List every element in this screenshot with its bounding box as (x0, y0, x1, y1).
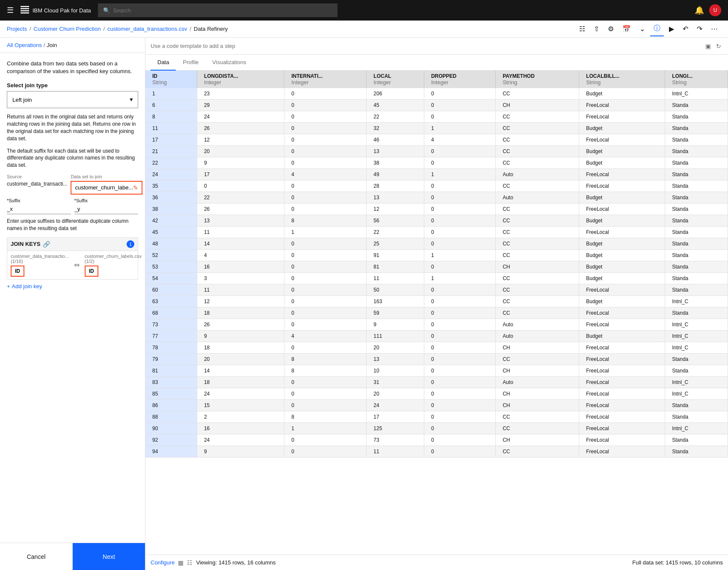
join-key-box[interactable]: ID (85, 266, 98, 277)
cell-localbill: FreeLocal (579, 354, 665, 365)
table-row: 48 14 0 25 0 CC Budget Standa (145, 238, 728, 250)
cell-local: 11 (367, 446, 424, 458)
cell-local: 22 (367, 111, 424, 123)
cell-internati: 0 (284, 342, 367, 354)
status-left: Configure ▦ ☷ Viewing: 1415 rows, 16 col… (151, 559, 276, 566)
upload-icon[interactable]: ⇧ (590, 22, 603, 35)
suffix-source-input[interactable] (7, 204, 71, 214)
cell-internati: 4 (284, 169, 367, 180)
table-icon: ☷ (187, 559, 192, 566)
add-join-key-btn[interactable]: + Add join key (7, 283, 138, 289)
cell-id: 86 (145, 400, 197, 411)
cell-local: 13 (367, 192, 424, 204)
cell-localbill: FreeLocal (579, 388, 665, 400)
cell-paymethod: CC (496, 134, 579, 146)
cell-local: 20 (367, 342, 424, 354)
cell-longdista: 17 (197, 169, 284, 180)
table-row: 8 24 0 22 0 CC FreeLocal Standa (145, 111, 728, 123)
col-id: IDString (145, 71, 197, 88)
svg-rect-0 (21, 6, 29, 7)
redo-icon[interactable]: ↷ (693, 22, 706, 35)
enter-suffix-text: Enter unique suffixes to differentiate d… (7, 218, 138, 232)
cell-id: 92 (145, 434, 197, 446)
next-button[interactable]: Next (73, 543, 145, 570)
breadcrumb-projects[interactable]: Projects (7, 26, 27, 32)
data-tabs: Data Profile Visualizations (145, 55, 728, 71)
table-row: 88 2 8 17 0 CC FreeLocal Standa (145, 411, 728, 423)
tab-visualizations[interactable]: Visualizations (205, 55, 253, 71)
cell-id: 77 (145, 331, 197, 342)
code-refresh-icon[interactable]: ↻ (714, 41, 723, 51)
cell-dropped: 0 (424, 377, 495, 388)
schedule-icon[interactable]: 📅 (619, 22, 634, 35)
search-input[interactable] (113, 7, 332, 14)
data-table-container[interactable]: IDString LONGDISTA...Integer INTERNATI..… (145, 71, 728, 555)
cell-paymethod: CC (496, 227, 579, 238)
cell-longi: Intnl_C (665, 88, 728, 100)
cell-longdista: 18 (197, 377, 284, 388)
status-bar: Configure ▦ ☷ Viewing: 1415 rows, 16 col… (145, 555, 728, 570)
cell-internati: 8 (284, 215, 367, 227)
cell-paymethod: CC (496, 111, 579, 123)
cell-longi: Standa (665, 261, 728, 273)
cell-localbill: Budget (579, 215, 665, 227)
cell-dropped: 0 (424, 354, 495, 365)
info-icon[interactable]: ⓘ (650, 21, 664, 36)
table-row: 36 22 0 13 0 Auto Budget Standa (145, 192, 728, 204)
col-paymethod: PAYMETHODString (496, 71, 579, 88)
cell-localbill: Budget (579, 123, 665, 134)
edit-icon: ✎ (133, 184, 138, 191)
cell-dropped: 0 (424, 215, 495, 227)
cell-paymethod: CC (496, 354, 579, 365)
tab-data[interactable]: Data (151, 55, 176, 71)
settings-icon[interactable]: ⚙ (604, 22, 617, 35)
cell-paymethod: CC (496, 180, 579, 192)
more-icon[interactable]: ⋯ (707, 22, 721, 35)
cell-longdista: 18 (197, 342, 284, 354)
cell-internati: 0 (284, 180, 367, 192)
table-row: 68 18 0 59 0 CC FreeLocal Standa (145, 307, 728, 319)
cell-id: 81 (145, 365, 197, 377)
undo-icon[interactable]: ↶ (679, 22, 692, 35)
cell-longdista: 2 (197, 411, 284, 423)
cell-paymethod: Auto (496, 319, 579, 331)
code-copy-icon[interactable]: ▣ (704, 41, 713, 51)
suffix-join-input[interactable] (74, 204, 139, 214)
tab-profile[interactable]: Profile (176, 55, 205, 71)
cell-paymethod: CC (496, 446, 579, 458)
source-key-box[interactable]: ID (11, 266, 24, 277)
cell-dropped: 0 (424, 319, 495, 331)
cell-paymethod: CC (496, 423, 579, 434)
join-dataset-box[interactable]: customer_churn_labe... ✎ (71, 181, 142, 195)
cell-id: 21 (145, 146, 197, 157)
cell-localbill: FreeLocal (579, 446, 665, 458)
cell-longi: Standa (665, 446, 728, 458)
col-longi: LONGI...String (665, 71, 728, 88)
all-operations-link[interactable]: All Operations (7, 42, 42, 48)
cell-longi: Standa (665, 400, 728, 411)
breadcrumb-project[interactable]: Customer Churn Prediction (34, 26, 101, 32)
cancel-button[interactable]: Cancel (0, 543, 73, 570)
configure-link[interactable]: Configure (151, 559, 175, 566)
chevron-down-icon[interactable]: ⌄ (636, 22, 648, 35)
play-icon[interactable]: ▶ (666, 22, 678, 35)
equals-icon: ⇔ (74, 261, 80, 269)
notification-icon[interactable]: 🔔 (693, 4, 706, 17)
cell-longdista: 20 (197, 146, 284, 157)
breadcrumb-current: Data Refinery (194, 26, 228, 32)
cell-longi: Standa (665, 227, 728, 238)
col-localbill: LOCALBILL...String (579, 71, 665, 88)
cell-longi: Standa (665, 273, 728, 284)
user-avatar[interactable]: U (709, 4, 721, 16)
left-panel: All Operations / Join Combine data from … (0, 38, 145, 570)
menu-icon[interactable]: ☰ (7, 6, 14, 15)
breadcrumb-file[interactable]: customer_data_transactions.csv (107, 26, 187, 32)
table-icon[interactable]: ☷ (576, 22, 589, 35)
join-type-select[interactable]: Left join Inner join Right join Outer jo… (7, 91, 138, 108)
cell-longdista: 14 (197, 365, 284, 377)
cell-dropped: 1 (424, 250, 495, 261)
cell-id: 54 (145, 273, 197, 284)
cell-internati: 0 (284, 146, 367, 157)
cell-local: 13 (367, 146, 424, 157)
search-bar[interactable]: 🔍 (98, 3, 337, 17)
